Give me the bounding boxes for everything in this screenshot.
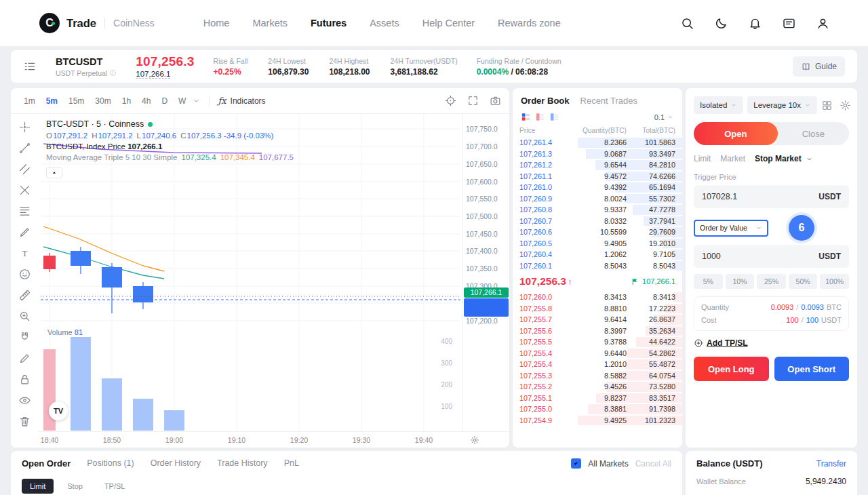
- chart-display-settings-icon[interactable]: [445, 95, 456, 106]
- book-mode-buy-icon[interactable]: [535, 112, 545, 122]
- nav-item-assets[interactable]: Assets: [370, 18, 399, 28]
- nav-item-home[interactable]: Home: [203, 18, 230, 28]
- timeframe-1h[interactable]: 1h: [117, 94, 136, 108]
- percent-50[interactable]: 50%: [789, 274, 818, 289]
- timeframe-5m[interactable]: 5m: [41, 94, 62, 108]
- trigger-price-input[interactable]: 107028.1USDT: [694, 185, 849, 208]
- percent-5[interactable]: 5%: [694, 274, 723, 289]
- magnet-icon[interactable]: [18, 331, 31, 344]
- add-tpsl-button[interactable]: Add TP/SL: [694, 338, 849, 348]
- leverage-select[interactable]: Leverage 10x: [747, 96, 817, 114]
- orderbook-bid-row[interactable]: 107,255.49.644054.2862: [513, 348, 682, 359]
- orderbook-bid-row[interactable]: 107,255.79.641426.8637: [513, 314, 682, 325]
- orderbook-bid-row[interactable]: 107,255.68.399735.2634: [513, 325, 682, 337]
- tab-close[interactable]: Close: [778, 122, 849, 145]
- percent-100[interactable]: 100%: [820, 274, 849, 289]
- brush-icon[interactable]: [18, 226, 31, 239]
- tradingview-logo[interactable]: TV: [49, 401, 68, 420]
- mark-price-link[interactable]: 107,266.1: [631, 277, 675, 286]
- orderbook-bid-row[interactable]: 107,255.41.201055.4872: [513, 359, 682, 370]
- order-filter-tp-sl[interactable]: TP/SL: [96, 479, 134, 494]
- orderbook-bid-row[interactable]: 107,254.99.4925101.2323: [513, 415, 682, 427]
- transfer-link[interactable]: Transfer: [816, 459, 846, 469]
- order-by-select[interactable]: Order by Value: [694, 220, 768, 237]
- orderbook-ask-row[interactable]: 107,260.18.50438.5043: [513, 260, 682, 272]
- edit-icon[interactable]: [18, 352, 31, 365]
- tab-open[interactable]: Open: [694, 122, 778, 145]
- timeframe-15m[interactable]: 15m: [64, 94, 89, 108]
- orderbook-ask-row[interactable]: 107,261.48.2366101.5863: [513, 137, 682, 148]
- orders-tab-pnl[interactable]: PnL: [284, 458, 299, 469]
- notifications-icon[interactable]: [748, 16, 762, 31]
- margin-mode-select[interactable]: Isolated: [694, 96, 743, 114]
- nav-item-futures[interactable]: Futures: [311, 18, 347, 28]
- orderbook-bid-row[interactable]: 107,255.29.452673.5280: [513, 381, 682, 393]
- orderbook-ask-row[interactable]: 107,261.09.439265.1694: [513, 182, 682, 193]
- fib-retracement-icon[interactable]: [18, 205, 31, 218]
- settings-gear-icon[interactable]: [840, 100, 851, 111]
- axis-settings-gear-icon[interactable]: [470, 435, 479, 445]
- orderbook-bid-row[interactable]: 107,255.59.378844.6422: [513, 336, 682, 348]
- amount-input[interactable]: 1000USDT: [694, 245, 849, 268]
- zoom-in-icon[interactable]: [18, 310, 31, 323]
- announcements-icon[interactable]: [782, 16, 796, 31]
- layout-grid-icon[interactable]: [821, 100, 833, 111]
- timeframe-1m[interactable]: 1m: [19, 94, 40, 108]
- fullscreen-icon[interactable]: [467, 95, 479, 106]
- crosshair-icon[interactable]: [18, 121, 31, 134]
- nav-item-help-center[interactable]: Help Center: [422, 18, 475, 28]
- timeframe-more-icon[interactable]: [192, 96, 201, 105]
- tab-order-book[interactable]: Order Book: [521, 96, 570, 106]
- orderbook-ask-row[interactable]: 107,260.59.490519.2010: [513, 238, 682, 250]
- orderbook-bid-row[interactable]: 107,255.88.881017.2223: [513, 303, 682, 315]
- precision-select[interactable]: 0.1: [654, 113, 674, 121]
- orderbook-ask-row[interactable]: 107,261.39.068793.3497: [513, 148, 682, 160]
- order-type-market[interactable]: Market: [720, 154, 745, 163]
- book-mode-sell-icon[interactable]: [549, 112, 559, 122]
- trash-icon[interactable]: [18, 415, 31, 428]
- cancel-all-button[interactable]: Cancel All: [635, 459, 671, 469]
- order-filter-limit[interactable]: Limit: [22, 479, 54, 494]
- emoji-icon[interactable]: [18, 268, 31, 281]
- text-icon[interactable]: T: [18, 247, 31, 260]
- orders-tab-trade-history[interactable]: Trade History: [217, 458, 268, 469]
- orderbook-ask-row[interactable]: 107,261.29.654484.2810: [513, 159, 682, 171]
- nav-item-markets[interactable]: Markets: [252, 18, 288, 28]
- screenshot-camera-icon[interactable]: [490, 95, 501, 106]
- orders-tab-open-order[interactable]: Open Order: [22, 458, 71, 469]
- all-markets-checkbox[interactable]: [571, 458, 581, 469]
- measure-icon[interactable]: [18, 289, 31, 302]
- open-short-button[interactable]: Open Short: [774, 357, 850, 381]
- orderbook-ask-row[interactable]: 107,261.19.457274.6266: [513, 171, 682, 182]
- order-type-limit[interactable]: Limit: [694, 154, 711, 163]
- tab-recent-trades[interactable]: Recent Trades: [580, 96, 638, 106]
- orderbook-bid-row[interactable]: 107,255.38.588264.0754: [513, 370, 682, 382]
- eye-icon[interactable]: [18, 394, 31, 407]
- search-icon[interactable]: [680, 16, 694, 31]
- book-mode-split-icon[interactable]: [521, 112, 531, 122]
- orderbook-bid-row[interactable]: 107,255.08.388191.7398: [513, 403, 682, 415]
- orderbook-ask-row[interactable]: 107,260.41.20629.7105: [513, 249, 682, 260]
- timeframe-30m[interactable]: 30m: [90, 94, 115, 108]
- percent-10[interactable]: 10%: [726, 274, 755, 289]
- pitchfork-icon[interactable]: [18, 184, 31, 197]
- chart-plot[interactable]: BTC-USDT · 5 · Coinness O107,291.2H107,2…: [38, 114, 509, 448]
- collapse-legend-button[interactable]: [46, 167, 62, 178]
- percent-25[interactable]: 25%: [757, 274, 786, 289]
- nav-item-rewards-zone[interactable]: Rewards zone: [498, 18, 561, 28]
- dark-mode-icon[interactable]: [714, 16, 728, 31]
- account-icon[interactable]: [816, 16, 830, 31]
- timeframe-d[interactable]: D: [157, 94, 172, 108]
- order-filter-stop[interactable]: Stop: [59, 479, 91, 494]
- orderbook-ask-row[interactable]: 107,260.98.002455.7302: [513, 193, 682, 205]
- lock-icon[interactable]: [18, 373, 31, 386]
- timeframe-w[interactable]: W: [174, 94, 191, 108]
- orders-tab-positions-1[interactable]: Positions (1): [87, 458, 134, 469]
- orderbook-bid-row[interactable]: 107,260.08.34138.3413: [513, 292, 682, 303]
- trend-line-icon[interactable]: [18, 142, 31, 155]
- market-list-icon[interactable]: [23, 60, 37, 73]
- open-long-button[interactable]: Open Long: [694, 357, 769, 381]
- symbol-block[interactable]: BTCUSDT USDT Perpetual: [56, 56, 117, 77]
- indicators-button[interactable]: ƒxIndicators: [218, 96, 265, 106]
- guide-button[interactable]: Guide: [793, 56, 845, 77]
